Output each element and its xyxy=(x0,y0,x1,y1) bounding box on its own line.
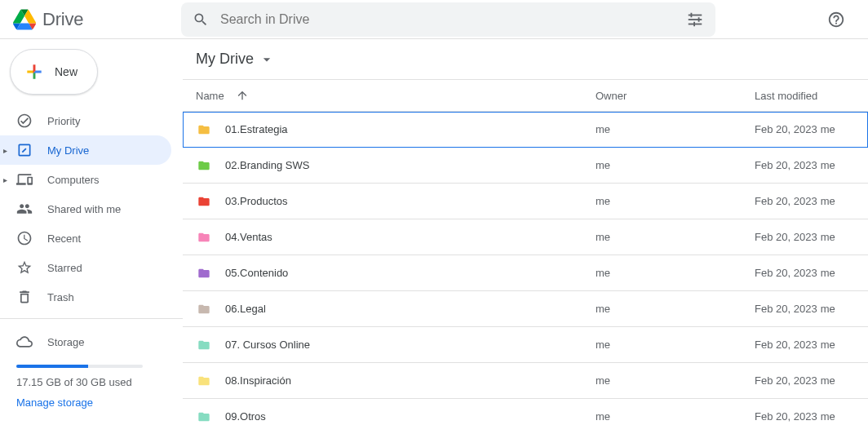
column-owner[interactable]: Owner xyxy=(596,90,755,102)
sidebar-item-trash[interactable]: Trash xyxy=(0,282,171,312)
search-input[interactable] xyxy=(220,12,686,27)
folder-icon xyxy=(196,195,212,208)
drive-icon xyxy=(16,142,33,158)
table-row[interactable]: 05.ContenidomeFeb 20, 2023me xyxy=(183,255,868,291)
sidebar-item-priority[interactable]: Priority xyxy=(0,106,171,135)
column-modified-label: Last modified xyxy=(755,90,817,102)
svg-rect-12 xyxy=(693,21,695,26)
file-modified: Feb 20, 2023 xyxy=(755,123,817,135)
manage-storage-link[interactable]: Manage storage xyxy=(16,396,183,409)
folder-icon xyxy=(196,231,212,244)
search-icon xyxy=(193,11,209,28)
file-modified-user: me xyxy=(821,303,835,315)
storage-info: 17.15 GB of 30 GB used Manage storage xyxy=(0,365,183,409)
table-row[interactable]: 06.LegalmeFeb 20, 2023me xyxy=(183,291,868,327)
file-owner: me xyxy=(596,195,610,207)
file-modified-user: me xyxy=(821,339,835,351)
file-owner: me xyxy=(596,339,610,351)
search-bar[interactable] xyxy=(181,2,715,37)
nav-label: Starred xyxy=(47,262,82,274)
main: My Drive Name Owner Last modified 01.Est… xyxy=(183,39,868,425)
table-row[interactable]: 01.EstrategiameFeb 20, 2023me xyxy=(183,112,868,148)
file-modified: Feb 20, 2023 xyxy=(755,159,817,171)
file-name: 04.Ventas xyxy=(225,231,272,243)
star-icon xyxy=(16,259,33,276)
check-circle-icon xyxy=(16,113,33,129)
trash-icon xyxy=(16,289,33,305)
plus-icon xyxy=(24,61,45,82)
file-modified-user: me xyxy=(821,123,835,135)
file-name: 02.Branding SWS xyxy=(225,159,309,171)
file-modified: Feb 20, 2023 xyxy=(755,195,817,207)
svg-rect-7 xyxy=(689,14,702,15)
sidebar-item-storage[interactable]: Storage xyxy=(0,327,171,356)
header: Drive xyxy=(0,0,868,39)
file-table: Name Owner Last modified 01.Estrategiame… xyxy=(183,79,868,425)
folder-icon xyxy=(196,339,212,352)
file-name: 06.Legal xyxy=(225,303,266,315)
sort-arrow-up-icon[interactable] xyxy=(236,89,249,102)
file-modified: Feb 20, 2023 xyxy=(755,374,817,387)
file-modified: Feb 20, 2023 xyxy=(755,410,817,423)
storage-bar xyxy=(16,365,143,368)
new-button-label: New xyxy=(55,65,78,78)
svg-rect-10 xyxy=(691,12,693,17)
sidebar-item-mydrive[interactable]: My Drive xyxy=(0,135,171,165)
table-row[interactable]: 09.OtrosmeFeb 20, 2023me xyxy=(183,399,868,425)
sidebar-item-computers[interactable]: Computers xyxy=(0,165,171,194)
header-right xyxy=(827,11,855,29)
table-row[interactable]: 03.ProductosmeFeb 20, 2023me xyxy=(183,184,868,219)
table-row[interactable]: 02.Branding SWSmeFeb 20, 2023me xyxy=(183,148,868,184)
folder-icon xyxy=(196,410,212,423)
file-modified: Feb 20, 2023 xyxy=(755,267,817,279)
folder-icon xyxy=(196,267,212,280)
sidebar-item-starred[interactable]: Starred xyxy=(0,253,171,282)
folder-icon xyxy=(196,123,212,136)
svg-rect-8 xyxy=(689,19,702,20)
logo-area[interactable]: Drive xyxy=(13,8,181,31)
chevron-down-icon xyxy=(259,51,275,68)
column-modified[interactable]: Last modified xyxy=(755,90,868,102)
nav-label: Priority xyxy=(47,115,80,127)
storage-label: Storage xyxy=(47,336,85,348)
app-title: Drive xyxy=(42,9,83,30)
file-name: 05.Contenido xyxy=(225,267,288,279)
sidebar: New PriorityMy DriveComputersShared with… xyxy=(0,39,183,425)
file-modified-user: me xyxy=(821,374,835,387)
table-header: Name Owner Last modified xyxy=(183,79,868,112)
file-name: 08.Inspiración xyxy=(225,374,291,387)
file-owner: me xyxy=(596,267,610,279)
column-owner-label: Owner xyxy=(596,90,627,102)
search-options-icon[interactable] xyxy=(686,11,704,29)
file-owner: me xyxy=(596,123,610,135)
file-name: 01.Estrategia xyxy=(225,123,288,135)
sidebar-item-recent[interactable]: Recent xyxy=(0,224,171,253)
column-name[interactable]: Name xyxy=(196,89,596,102)
people-icon xyxy=(16,201,33,217)
file-owner: me xyxy=(596,303,610,315)
clock-icon xyxy=(16,230,33,246)
table-body: 01.EstrategiameFeb 20, 2023me02.Branding… xyxy=(183,112,868,425)
file-modified-user: me xyxy=(821,159,835,171)
folder-icon xyxy=(196,303,212,316)
file-modified: Feb 20, 2023 xyxy=(755,303,817,315)
file-modified-user: me xyxy=(821,410,835,423)
column-name-label: Name xyxy=(196,90,224,102)
new-button[interactable]: New xyxy=(10,49,98,95)
nav-label: Shared with me xyxy=(47,203,121,215)
devices-icon xyxy=(16,171,33,188)
breadcrumb[interactable]: My Drive xyxy=(183,39,868,79)
table-row[interactable]: 07. Cursos OnlinemeFeb 20, 2023me xyxy=(183,327,868,363)
help-icon[interactable] xyxy=(827,11,845,29)
file-owner: me xyxy=(596,374,610,387)
storage-used-text: 17.15 GB of 30 GB used xyxy=(16,376,183,388)
nav-list: PriorityMy DriveComputersShared with meR… xyxy=(0,106,183,312)
sidebar-item-shared[interactable]: Shared with me xyxy=(0,194,171,224)
nav-label: My Drive xyxy=(47,144,89,157)
table-row[interactable]: 08.InspiraciónmeFeb 20, 2023me xyxy=(183,363,868,399)
svg-rect-11 xyxy=(698,17,700,22)
file-name: 09.Otros xyxy=(225,410,266,423)
file-name: 07. Cursos Online xyxy=(225,339,310,351)
table-row[interactable]: 04.VentasmeFeb 20, 2023me xyxy=(183,219,868,255)
nav-label: Computers xyxy=(47,174,100,186)
